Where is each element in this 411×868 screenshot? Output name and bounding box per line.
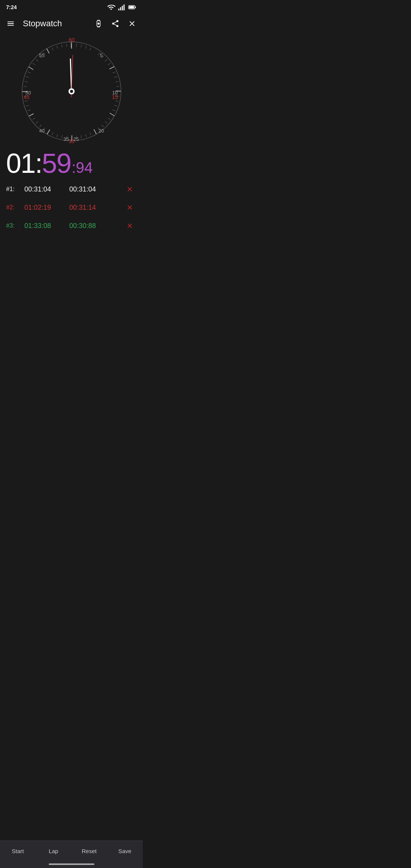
wifi-icon [107,3,115,11]
save-button[interactable]: Save [107,841,143,861]
lap-item-3: #3:01:33:0800:30:88 [0,217,143,235]
reset-button[interactable]: Reset [72,841,107,861]
clock-svg: 60 30 5 10 15 20 25 35 40 45 50 55 [18,38,125,145]
svg-text:20: 20 [98,128,104,134]
time-minutes: 59 [42,150,71,177]
svg-text:60: 60 [68,38,75,43]
share-icon [111,19,119,28]
svg-rect-6 [129,6,134,8]
share-button[interactable] [108,16,123,31]
time-hours: 01 [6,150,35,177]
svg-rect-3 [124,5,125,11]
svg-text:15: 15 [112,94,118,100]
lap-delete-2[interactable] [123,202,137,213]
svg-text:55: 55 [39,53,44,58]
svg-rect-0 [118,9,119,11]
battery-icon [128,3,137,11]
toolbar: Stopwatch [0,13,143,34]
svg-text:25: 25 [73,136,78,142]
menu-icon [6,19,15,28]
svg-point-85 [70,90,73,93]
clock-face: 60 30 5 10 15 20 25 35 40 45 50 55 [18,38,125,145]
lap-total-3: 01:33:08 [24,222,66,230]
lap-item-2: #2:01:02:1900:31:14 [0,198,143,217]
lap-list: #1:00:31:0400:31:04#2:01:02:1900:31:14#3… [0,179,143,841]
lap-number-3: #3: [6,222,21,229]
bottom-nav: Start Lap Reset Save [0,841,143,861]
lap-number-1: #1: [6,186,21,193]
lap-split-2: 00:31:14 [69,204,120,212]
svg-text:40: 40 [39,128,44,134]
home-indicator [0,861,143,868]
lap-delete-1[interactable] [123,184,137,195]
page-title: Stopwatch [20,19,89,29]
signal-icon [118,3,126,11]
home-bar [49,863,94,865]
clock-container: 60 30 5 10 15 20 25 35 40 45 50 55 [0,34,143,147]
lap-total-2: 01:02:19 [24,204,66,212]
svg-rect-5 [135,6,136,8]
lap-item-1: #1:00:31:0400:31:04 [0,180,143,198]
svg-rect-2 [122,6,123,10]
status-bar: 7:24 [0,0,143,13]
svg-point-8 [97,22,100,25]
lap-total-1: 00:31:04 [24,185,66,193]
watch-icon [94,19,103,28]
lap-split-3: 00:30:88 [69,222,120,230]
svg-text:5: 5 [100,53,102,58]
menu-button[interactable] [3,16,18,31]
time-separator: : [35,150,42,177]
status-time: 7:24 [6,4,17,10]
lap-button[interactable]: Lap [36,841,72,861]
svg-text:35: 35 [63,136,68,142]
time-display: 01 : 59 :94 [0,147,143,179]
close-icon [128,19,136,28]
lap-number-2: #2: [6,204,21,211]
start-button[interactable]: Start [0,841,36,861]
time-centiseconds: :94 [72,159,93,176]
lap-split-1: 00:31:04 [69,185,120,193]
svg-text:50: 50 [25,90,30,96]
lap-delete-3[interactable] [123,220,137,231]
watch-button[interactable] [91,16,106,31]
svg-rect-1 [120,7,121,10]
close-button[interactable] [124,16,140,31]
status-icons [107,3,137,11]
